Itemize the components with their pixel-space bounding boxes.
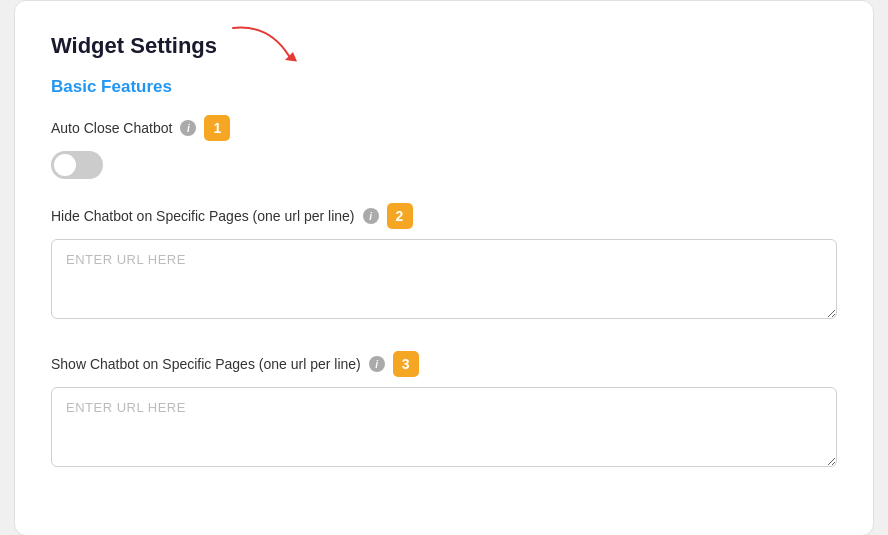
hide-chatbot-info-icon[interactable]: i	[363, 208, 379, 224]
toggle-wrapper	[51, 151, 837, 179]
section-title: Basic Features	[51, 77, 837, 97]
hide-chatbot-row: Hide Chatbot on Specific Pages (one url …	[51, 203, 837, 229]
auto-close-row: Auto Close Chatbot i 1	[51, 115, 837, 141]
show-chatbot-info-icon[interactable]: i	[369, 356, 385, 372]
page-title: Widget Settings	[51, 33, 837, 59]
auto-close-info-icon[interactable]: i	[180, 120, 196, 136]
show-chatbot-row: Show Chatbot on Specific Pages (one url …	[51, 351, 837, 377]
show-chatbot-textarea[interactable]	[51, 387, 837, 467]
hide-chatbot-section: Hide Chatbot on Specific Pages (one url …	[51, 203, 837, 323]
show-chatbot-label: Show Chatbot on Specific Pages (one url …	[51, 356, 361, 372]
show-chatbot-badge: 3	[393, 351, 419, 377]
settings-card: Widget Settings Basic Features Auto Clos…	[14, 0, 874, 535]
show-chatbot-section: Show Chatbot on Specific Pages (one url …	[51, 351, 837, 471]
auto-close-toggle[interactable]	[51, 151, 103, 179]
auto-close-badge: 1	[204, 115, 230, 141]
auto-close-label: Auto Close Chatbot	[51, 120, 172, 136]
hide-chatbot-badge: 2	[387, 203, 413, 229]
toggle-slider	[51, 151, 103, 179]
hide-chatbot-textarea[interactable]	[51, 239, 837, 319]
hide-chatbot-label: Hide Chatbot on Specific Pages (one url …	[51, 208, 355, 224]
